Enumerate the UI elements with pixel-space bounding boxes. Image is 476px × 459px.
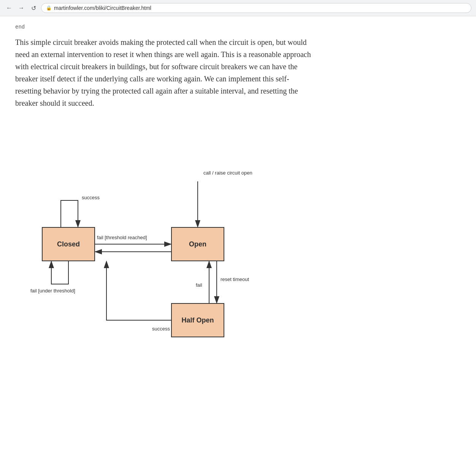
circuit-breaker-diagram: Closed Open Half Open success fail [thre… [23, 124, 289, 337]
success-self-label: success [82, 195, 100, 200]
open-state-box: Open [171, 227, 224, 261]
reset-timeout-label: reset timeout [221, 276, 249, 282]
reload-button[interactable]: ↺ [29, 3, 38, 13]
back-button[interactable]: ← [5, 3, 14, 13]
halfopen-state-box: Half Open [171, 303, 224, 337]
lock-icon: 🔒 [46, 5, 52, 11]
fail-label: fail [196, 282, 202, 288]
browser-toolbar: ← → ↺ 🔒 martinfowler.com/bliki/CircuitBr… [0, 0, 476, 16]
forward-button[interactable]: → [17, 3, 26, 13]
end-label: end [15, 24, 312, 30]
url-text: martinfowler.com/bliki/CircuitBreaker.ht… [54, 5, 151, 11]
page-content: end This simple circuit breaker avoids m… [0, 16, 327, 345]
success-label: success [152, 326, 170, 332]
closed-state-box: Closed [42, 227, 95, 261]
call-raise-label: call / raise circuit open [203, 170, 252, 176]
fail-threshold-label: fail [threshold reached] [97, 235, 147, 240]
address-bar[interactable]: 🔒 martinfowler.com/bliki/CircuitBreaker.… [41, 3, 471, 13]
fail-under-label: fail [under threshold] [30, 288, 75, 294]
description-text: This simple circuit breaker avoids makin… [15, 36, 312, 109]
